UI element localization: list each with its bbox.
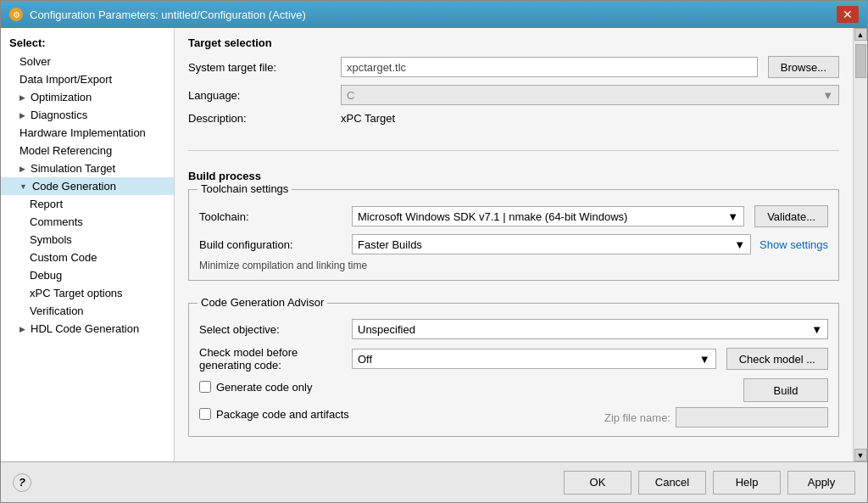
language-label: Language:	[188, 89, 341, 102]
sidebar-item-xpc-target-options[interactable]: xPC Target options	[1, 284, 174, 302]
bottom-buttons: OK Cancel Help Apply	[564, 471, 855, 495]
zip-file-name-label: Zip file name:	[604, 411, 676, 424]
target-selection-title: Target selection	[188, 36, 839, 49]
ok-button[interactable]: OK	[564, 471, 632, 495]
system-target-file-row: System target file: xpctarget.tlc Browse…	[188, 56, 839, 78]
build-config-dropdown-arrow: ▼	[734, 238, 745, 251]
scroll-thumb[interactable]	[855, 44, 866, 78]
scroll-up-arrow[interactable]: ▲	[854, 28, 867, 41]
divider-1	[188, 150, 839, 151]
target-selection-section: Target selection System target file: xpc…	[188, 36, 839, 131]
sidebar-label: Select:	[1, 33, 174, 53]
check-model-select[interactable]: Off ▼	[352, 349, 716, 369]
help-icon[interactable]: ?	[13, 473, 31, 492]
cancel-button[interactable]: Cancel	[638, 471, 706, 495]
sidebar-item-data-import-export[interactable]: Data Import/Export	[1, 70, 174, 88]
build-info-text: Minimize compilation and linking time	[199, 260, 828, 271]
build-config-row: Build configuration: Faster Builds ▼ Sho…	[199, 234, 828, 254]
package-code-checkbox[interactable]	[199, 408, 211, 420]
language-select[interactable]: C ▼	[341, 85, 839, 105]
content-area: Select: Solver Data Import/Export Optimi…	[1, 28, 867, 461]
bottom-bar: ? OK Cancel Help Apply	[1, 461, 867, 502]
sidebar-item-debug[interactable]: Debug	[1, 266, 174, 284]
apply-button[interactable]: Apply	[787, 471, 855, 495]
sidebar-item-diagnostics[interactable]: Diagnostics	[1, 106, 174, 124]
advisor-group: Code Generation Advisor Select objective…	[188, 303, 839, 437]
sidebar: Select: Solver Data Import/Export Optimi…	[1, 28, 175, 461]
language-row: Language: C ▼	[188, 85, 839, 105]
toolchain-settings-group: Toolchain settings Toolchain: Microsoft …	[188, 189, 839, 281]
toolchain-label: Toolchain:	[199, 210, 352, 223]
build-config-label: Build configuration:	[199, 238, 352, 251]
zip-file-name-input[interactable]	[676, 407, 828, 428]
toolchain-dropdown-arrow: ▼	[727, 210, 738, 223]
generate-code-only-checkbox[interactable]	[199, 381, 211, 393]
build-process-title: Build process	[188, 170, 839, 182]
system-target-file-label: System target file:	[188, 61, 341, 74]
toolchain-row: Toolchain: Microsoft Windows SDK v7.1 | …	[199, 205, 828, 227]
build-process-section: Build process Toolchain settings Toolcha…	[188, 170, 839, 281]
scroll-track	[855, 41, 866, 449]
check-model-label: Check model before generating code:	[199, 346, 352, 372]
select-objective-label: Select objective:	[199, 323, 352, 336]
toolchain-settings-title: Toolchain settings	[198, 182, 292, 195]
toolchain-select[interactable]: Microsoft Windows SDK v7.1 | nmake (64-b…	[352, 206, 744, 226]
validate-button[interactable]: Validate...	[754, 205, 828, 227]
language-dropdown-arrow: ▼	[822, 89, 833, 102]
scroll-down-arrow[interactable]: ▼	[854, 449, 867, 461]
sidebar-item-symbols[interactable]: Symbols	[1, 231, 174, 249]
generate-code-only-row: Generate code only	[199, 381, 312, 394]
scrollbar[interactable]: ▲ ▼	[853, 28, 867, 461]
sidebar-item-solver[interactable]: Solver	[1, 53, 174, 70]
sidebar-item-hardware-implementation[interactable]: Hardware Implementation	[1, 124, 174, 142]
app-icon: ⚙	[9, 8, 23, 21]
browse-button[interactable]: Browse...	[768, 56, 839, 78]
select-objective-select[interactable]: Unspecified ▼	[352, 319, 828, 339]
description-value: xPC Target	[341, 112, 395, 125]
generate-code-only-label: Generate code only	[216, 381, 312, 394]
build-button[interactable]: Build	[743, 378, 828, 402]
close-button[interactable]: ✕	[837, 6, 859, 23]
package-code-label: Package code and artifacts	[216, 408, 349, 421]
advisor-title: Code Generation Advisor	[198, 296, 327, 309]
package-code-row: Package code and artifacts	[199, 408, 349, 421]
help-button[interactable]: Help	[713, 471, 781, 495]
sidebar-item-optimization[interactable]: Optimization	[1, 88, 174, 106]
sidebar-item-model-referencing[interactable]: Model Referencing	[1, 142, 174, 159]
sidebar-item-simulation-target[interactable]: Simulation Target	[1, 159, 174, 177]
system-target-file-input[interactable]: xpctarget.tlc	[341, 57, 758, 77]
title-bar: ⚙ Configuration Parameters: untitled/Con…	[1, 1, 867, 28]
main-window: ⚙ Configuration Parameters: untitled/Con…	[0, 0, 868, 503]
select-objective-row: Select objective: Unspecified ▼	[199, 319, 828, 339]
show-settings-link[interactable]: Show settings	[760, 238, 828, 251]
build-config-select[interactable]: Faster Builds ▼	[352, 234, 751, 254]
sidebar-item-hdl-code-generation[interactable]: HDL Code Generation	[1, 320, 174, 338]
sidebar-item-report[interactable]: Report	[1, 195, 174, 213]
sidebar-item-code-generation[interactable]: Code Generation	[1, 177, 174, 195]
description-row: Description: xPC Target	[188, 112, 839, 125]
window-title: Configuration Parameters: untitled/Confi…	[30, 8, 306, 21]
description-label: Description:	[188, 112, 341, 125]
main-panel: Target selection System target file: xpc…	[175, 28, 853, 461]
check-model-row: Check model before generating code: Off …	[199, 346, 828, 372]
check-model-button[interactable]: Check model ...	[726, 348, 828, 370]
check-model-dropdown-arrow: ▼	[699, 353, 710, 366]
advisor-section: Code Generation Advisor Select objective…	[188, 298, 839, 437]
sidebar-item-verification[interactable]: Verification	[1, 302, 174, 320]
sidebar-item-custom-code[interactable]: Custom Code	[1, 249, 174, 266]
sidebar-item-comments[interactable]: Comments	[1, 213, 174, 231]
select-objective-dropdown-arrow: ▼	[811, 323, 822, 336]
